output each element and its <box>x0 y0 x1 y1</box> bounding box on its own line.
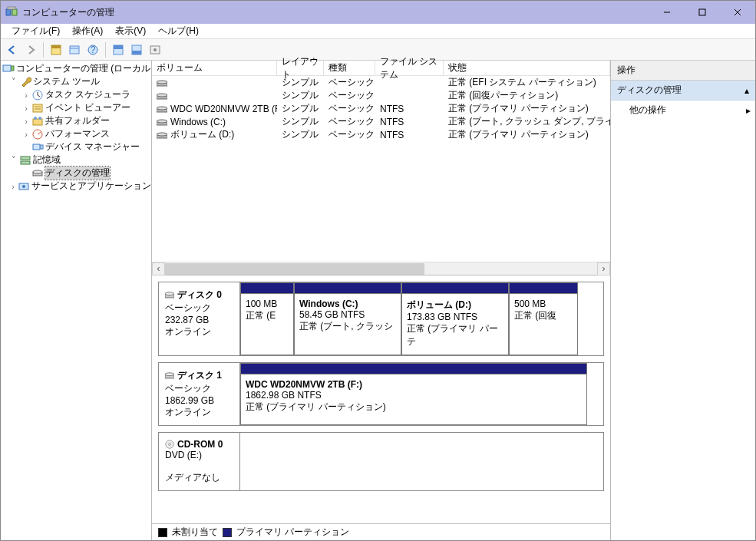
client-area: コンピューターの管理 (ローカル ˅システム ツール ›タスク スケジューラ ›… <box>1 61 755 540</box>
svg-rect-31 <box>21 157 30 160</box>
svg-text:?: ? <box>91 45 96 55</box>
svg-rect-30 <box>41 145 43 149</box>
tree-storage[interactable]: ˅記憶域 <box>2 153 151 167</box>
partition[interactable]: 500 MB正常 (回復 <box>509 282 578 355</box>
svg-rect-9 <box>70 46 79 54</box>
tree-root[interactable]: コンピューターの管理 (ローカル <box>2 62 151 75</box>
svg-rect-19 <box>3 65 11 71</box>
svg-point-26 <box>34 117 37 120</box>
partition-bar <box>402 283 508 294</box>
disk-header[interactable]: ディスク 1ベーシック1862.99 GBオンライン <box>159 363 240 425</box>
disk-graphic-scroll[interactable]: ディスク 0ベーシック232.87 GBオンライン100 MB正常 (EWind… <box>152 275 610 523</box>
tree-performance[interactable]: ›パフォーマンス <box>2 127 151 140</box>
volume-icon <box>157 79 167 87</box>
table-body[interactable]: シンプルベーシック正常 (EFI システム パーティション)シンプルベーシック正… <box>152 76 610 262</box>
table-header: ボリューム レイアウト 種類 ファイル システム 状態 <box>152 61 610 76</box>
legend-swatch-primary <box>223 528 232 537</box>
cell-layout: シンプル <box>277 89 324 102</box>
center-pane: ボリューム レイアウト 種類 ファイル システム 状態 シンプルベーシック正常 … <box>152 61 611 540</box>
tool-properties[interactable] <box>48 41 64 58</box>
col-layout[interactable]: レイアウト <box>277 61 324 76</box>
tree-services-apps[interactable]: ›サービスとアプリケーション <box>2 180 151 193</box>
partition[interactable]: ボリューム (D:)173.83 GB NTFS正常 (プライマリ パーテ <box>401 282 509 355</box>
window-buttons <box>649 1 755 24</box>
disk-name: ディスク 0 <box>165 289 233 302</box>
tool-view-top[interactable] <box>110 41 127 58</box>
menu-action[interactable]: 操作(A) <box>66 23 109 39</box>
tree-pane[interactable]: コンピューターの管理 (ローカル ˅システム ツール ›タスク スケジューラ ›… <box>1 61 152 540</box>
disk-type: ベーシック <box>165 302 233 315</box>
svg-point-36 <box>22 185 25 188</box>
cell-status: 正常 (回復パーティション) <box>444 89 610 102</box>
tree-device-manager[interactable]: デバイス マネージャー <box>2 140 151 153</box>
table-row[interactable]: シンプルベーシック正常 (回復パーティション) <box>152 89 610 102</box>
svg-rect-4 <box>699 9 705 15</box>
tree-system-tools[interactable]: ˅システム ツール <box>2 75 151 88</box>
partition[interactable]: 100 MB正常 (E <box>240 282 294 355</box>
tree-disk-management[interactable]: ディスクの管理 <box>2 167 151 180</box>
table-row[interactable]: Windows (C:)シンプルベーシックNTFS正常 (ブート, クラッシュ … <box>152 115 610 128</box>
table-row[interactable]: ボリューム (D:)シンプルベーシックNTFS正常 (プライマリ パーティション… <box>152 128 610 141</box>
cell-type: ベーシック <box>324 102 375 115</box>
tree-shared-folders[interactable]: ›共有フォルダー <box>2 114 151 127</box>
col-status[interactable]: 状態 <box>444 61 610 76</box>
svg-rect-0 <box>6 9 11 15</box>
forward-button[interactable] <box>22 41 39 58</box>
svg-point-48 <box>165 292 174 295</box>
svg-rect-2 <box>8 7 15 9</box>
partition-name: Windows (C:) <box>299 299 396 309</box>
table-row[interactable]: シンプルベーシック正常 (EFI システム パーティション) <box>152 76 610 89</box>
cell-volume: Windows (C:) <box>170 117 226 127</box>
legend: 未割り当て プライマリ パーティション <box>152 523 610 540</box>
volume-icon <box>157 92 167 100</box>
tool-view-bottom[interactable] <box>128 41 145 58</box>
legend-unallocated: 未割り当て <box>172 526 218 539</box>
partition[interactable]: WDC WD20NMVW 2TB (F:)1862.98 GB NTFS正常 (… <box>240 363 587 425</box>
tree-task-scheduler[interactable]: ›タスク スケジューラ <box>2 88 151 101</box>
maximize-button[interactable] <box>685 1 720 24</box>
svg-point-40 <box>157 94 167 97</box>
tool-view-1[interactable] <box>66 41 83 58</box>
partition[interactable]: Windows (C:)58.45 GB NTFS正常 (ブート, クラッシ <box>294 282 401 355</box>
disk-type: ベーシック <box>165 382 233 395</box>
scroll-thumb[interactable] <box>165 263 424 275</box>
tool-help[interactable]: ? <box>84 41 101 58</box>
disk-header[interactable]: ディスク 0ベーシック232.87 GBオンライン <box>159 282 240 355</box>
titlebar[interactable]: コンピューターの管理 <box>1 1 755 24</box>
actions-section[interactable]: ディスクの管理 ▴ <box>611 81 755 101</box>
actions-more[interactable]: 他の操作 ▸ <box>611 101 755 120</box>
tree-event-viewer[interactable]: ›イベント ビューアー <box>2 101 151 114</box>
col-volume[interactable]: ボリューム <box>152 61 277 76</box>
scroll-left-button[interactable]: ‹ <box>152 262 165 275</box>
disk-graphic-pane: ディスク 0ベーシック232.87 GBオンライン100 MB正常 (EWind… <box>152 275 610 523</box>
partition-size: 173.83 GB NTFS <box>407 312 503 322</box>
cell-fs: NTFS <box>375 117 444 127</box>
volume-table: ボリューム レイアウト 種類 ファイル システム 状態 シンプルベーシック正常 … <box>152 61 610 275</box>
col-fs[interactable]: ファイル システム <box>375 61 444 76</box>
disk-block: ディスク 0ベーシック232.87 GBオンライン100 MB正常 (EWind… <box>158 282 604 356</box>
close-button[interactable] <box>720 1 755 24</box>
storage-icon <box>19 154 31 167</box>
table-scrollbar[interactable]: ‹ › <box>152 262 610 275</box>
volume-icon <box>157 118 167 126</box>
svg-point-44 <box>157 120 167 123</box>
device-icon <box>31 141 44 153</box>
clock-icon <box>31 89 44 101</box>
svg-rect-16 <box>132 51 141 54</box>
scroll-track[interactable] <box>165 263 597 275</box>
table-row[interactable]: WDC WD20NMVW 2TB (F:)シンプルベーシックNTFS正常 (プラ… <box>152 102 610 115</box>
menu-help[interactable]: ヘルプ(H) <box>152 23 205 39</box>
minimize-button[interactable] <box>649 1 685 24</box>
menu-view[interactable]: 表示(V) <box>109 23 152 39</box>
svg-point-50 <box>165 372 174 375</box>
menu-file[interactable]: ファイル(F) <box>5 23 66 39</box>
app-icon <box>5 6 18 18</box>
tool-settings[interactable] <box>147 41 163 58</box>
disk-header[interactable]: CD-ROM 0DVD (E:) メディアなし <box>159 433 240 490</box>
back-button[interactable] <box>4 41 21 58</box>
event-icon <box>31 102 44 114</box>
partition-bar <box>241 364 586 374</box>
scroll-right-button[interactable]: › <box>597 262 610 275</box>
partitions: 100 MB正常 (EWindows (C:)58.45 GB NTFS正常 (… <box>240 282 603 355</box>
col-type[interactable]: 種類 <box>324 61 375 76</box>
